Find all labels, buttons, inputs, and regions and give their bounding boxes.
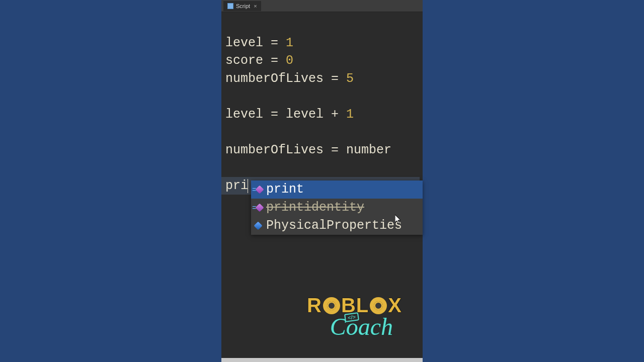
typed-text: pri xyxy=(225,178,248,193)
code-token: numberOfLives xyxy=(225,143,324,157)
code-token: + xyxy=(324,107,346,122)
right-margin xyxy=(423,0,644,362)
code-token: = xyxy=(324,143,346,157)
tab-label: Script xyxy=(236,3,250,9)
code-token: level xyxy=(225,107,263,122)
class-icon xyxy=(253,221,263,231)
tab-bar: Script × xyxy=(221,0,423,12)
code-token: numberOfLives xyxy=(225,71,324,86)
left-margin xyxy=(0,0,221,362)
autocomplete-label: printidentity xyxy=(266,199,364,217)
autocomplete-item-physicalproperties[interactable]: PhysicalProperties xyxy=(251,217,423,235)
code-token: = xyxy=(324,71,346,86)
code-token: 5 xyxy=(346,71,354,86)
code-token: = xyxy=(263,107,286,122)
code-token: 1 xyxy=(346,107,354,122)
code-token: = xyxy=(263,36,286,50)
code-token: = xyxy=(263,53,286,68)
code-token: number xyxy=(346,143,391,157)
code-token: 1 xyxy=(286,36,293,50)
function-icon xyxy=(253,185,263,195)
autocomplete-popup[interactable]: print printidentity PhysicalProperties xyxy=(251,180,423,235)
script-file-icon xyxy=(227,3,233,9)
autocomplete-label: print xyxy=(266,180,304,199)
code-token: level xyxy=(286,107,324,122)
bottom-strip xyxy=(221,358,423,362)
script-tab[interactable]: Script × xyxy=(223,1,261,11)
function-icon xyxy=(253,203,263,213)
autocomplete-label: PhysicalProperties xyxy=(266,217,402,235)
autocomplete-item-print[interactable]: print xyxy=(251,180,423,199)
autocomplete-item-printidentity[interactable]: printidentity xyxy=(251,199,423,217)
close-icon[interactable]: × xyxy=(254,3,257,9)
code-token: level xyxy=(225,36,263,50)
code-token: score xyxy=(225,53,263,68)
code-token: 0 xyxy=(286,53,293,68)
text-cursor xyxy=(248,179,248,193)
